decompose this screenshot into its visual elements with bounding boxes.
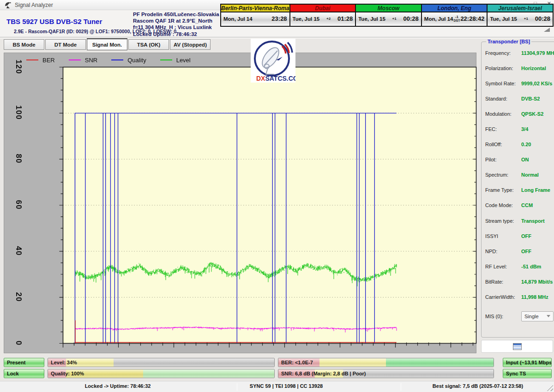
chevron-down-icon xyxy=(547,315,550,317)
field-value: ON xyxy=(521,157,529,162)
field-label: Pilot: xyxy=(485,157,521,162)
logo-dx-text: DX xyxy=(256,75,265,82)
legend-item-snr: SNR xyxy=(69,57,97,64)
transponder-row-modulation: Modulation:QPSK-S2 xyxy=(485,106,554,121)
field-label: CarrierWidth: xyxy=(485,294,521,300)
legend-label: Level xyxy=(176,57,191,64)
field-label: Frame Type: xyxy=(485,187,521,193)
snr-progressbar-label: SNR: 6,8 dB (Margin: 2,8 dB | Poor) xyxy=(281,369,366,378)
transponder-row-stream-type: Stream type:Transport xyxy=(485,213,554,228)
level-progressbar-label: Level: 34% xyxy=(51,358,77,367)
transponder-row-issyi: ISSYIOFF xyxy=(485,228,554,244)
field-value: Normal xyxy=(521,172,539,178)
statusbar-divider xyxy=(237,383,237,391)
tab-bs-mode[interactable]: BS Mode xyxy=(4,39,44,50)
legend-item-ber: BER xyxy=(26,57,55,64)
field-value: OFF xyxy=(521,249,531,254)
transponder-row-standard: Standard:DVB-S2 xyxy=(485,91,554,106)
clock-offset-value: +2 xyxy=(326,17,331,21)
field-label: RF Level: xyxy=(485,264,521,269)
transponder-row-npd: NPD:OFF xyxy=(485,244,554,259)
tab-dt-mode[interactable]: DT Mode xyxy=(45,39,86,50)
clock-utc-offset: +1 xyxy=(524,17,528,21)
legend-label: BER xyxy=(42,57,55,64)
status-best-signal: Best signal: 7,5 dB (2025-07-12 23:58) xyxy=(402,383,554,389)
status-uptime: Locked -> Uptime: 78:46:32 xyxy=(0,383,235,389)
clock-body: Tue, Jul 15+100:28 xyxy=(356,12,421,25)
signal-chart-panel: BERSNRQualityLevel 020406080100120 xyxy=(4,53,476,353)
transponder-row-frame-type: Frame Type:Long Frame xyxy=(485,183,554,198)
field-label: FEC: xyxy=(485,126,521,132)
dxsatcs-logo: DXSATCS.COM xyxy=(251,39,295,83)
clock-time: 00:28 xyxy=(403,15,419,22)
clock-body: Mon, Jul 1423:28 xyxy=(221,12,289,25)
clock-date: Mon, Jul 14 xyxy=(223,16,253,22)
clock-date: Tue, Jul 15 xyxy=(358,16,385,22)
clock-time: 22:28:42 xyxy=(460,15,484,22)
tab-signal-mon[interactable]: Signal Mon. xyxy=(87,38,127,50)
antenna-info-line: PF Prodelin 450/Lučenec-Slovakia xyxy=(133,11,218,18)
y-tick-label: 0 xyxy=(14,335,23,351)
antenna-info-line: Locked Uptime : 78:46:32 xyxy=(133,31,218,37)
world-clocks: Berlin-Paris-Vienna-RomaMon, Jul 1423:28… xyxy=(220,4,554,27)
clock-body: Tue, Jul 15+100:28 xyxy=(488,12,553,25)
transponder-row-spectrum: Spectrum:Normal xyxy=(485,167,554,183)
clock-moscow: MoscowTue, Jul 15+100:28 xyxy=(355,4,422,27)
transponder-row-carrierwidth: CarrierWidth:11,998 MHz xyxy=(485,290,554,305)
tab-tsa-ok[interactable]: TSA (OK) xyxy=(128,39,169,50)
present-indicator: Present xyxy=(4,358,44,367)
transponder-row-code-mode: Code Mode:CCM xyxy=(485,198,554,213)
clock-london-eng: London, EngMon, Jul 14-1DST22:28:42 xyxy=(421,4,488,27)
transport-stream-icon xyxy=(513,343,522,350)
field-label: ISSYI xyxy=(485,233,521,239)
field-label: Spectrum: xyxy=(485,172,521,178)
clock-body: Mon, Jul 14-1DST22:28:42 xyxy=(422,12,487,25)
legend-line-swatch xyxy=(26,59,38,60)
clock-city-label: Moscow xyxy=(356,5,421,12)
antenna-info-line: Rascom QAF 1R at 2.9°E_North xyxy=(133,18,218,24)
field-value: 0.20 xyxy=(521,142,531,147)
clock-city-label: Jerusalem-Israel xyxy=(488,5,553,12)
mis-row: MIS (0): Single xyxy=(485,311,554,322)
transponder-row-bitrate: BitRate:14,879 Mbit/s xyxy=(485,274,554,289)
field-label: RollOff: xyxy=(485,142,521,147)
antenna-info-line: f=11 304 MHz_H : Vicus Luxlink xyxy=(133,24,218,30)
field-value: DVB-S2 xyxy=(521,96,540,101)
clock-date: Mon, Jul 14 xyxy=(424,16,453,22)
tab-av-stopped[interactable]: AV (Stopped) xyxy=(170,39,211,50)
statusbar-divider xyxy=(401,383,401,391)
clock-berlin-paris-vienna-roma: Berlin-Paris-Vienna-RomaMon, Jul 1423:28 xyxy=(220,4,290,27)
quality-progressbar: Quality: 100% xyxy=(48,369,275,378)
y-tick-label: 120 xyxy=(14,59,23,75)
clock-time: 00:28 xyxy=(535,15,550,22)
status-bar: Locked -> Uptime: 78:46:32 SYNC 59 | TEI… xyxy=(0,381,554,392)
legend-item-level: Level xyxy=(160,57,191,64)
input-indicator: Input (~13,91 Mbps) xyxy=(503,358,552,367)
field-label: Modulation: xyxy=(485,111,521,117)
snr-progressbar: SNR: 6,8 dB (Margin: 2,8 dB | Poor) xyxy=(278,369,494,378)
field-label: Code Mode: xyxy=(485,202,521,208)
clock-city-label: Dubai xyxy=(290,5,355,12)
mis-select[interactable]: Single xyxy=(521,311,554,321)
signal-analyzer-window: Signal Analyzer – □ ✕ TBS 5927 USB DVB-S… xyxy=(0,0,554,392)
legend-label: SNR xyxy=(85,57,97,64)
clock-offset-dst: DST xyxy=(453,19,460,23)
transponder-row-frequency: Frequency:11304,979 MHz xyxy=(485,45,554,60)
field-value: QPSK-S2 xyxy=(521,111,543,117)
clock-jerusalem-israel: Jerusalem-IsraelTue, Jul 15+100:28 xyxy=(487,4,554,27)
ber-progressbar: BER: <1.0E-7 xyxy=(278,358,494,367)
clock-body: Tue, Jul 15+201:28 xyxy=(290,12,355,25)
header-divider xyxy=(0,37,554,38)
field-value: Horizontal xyxy=(521,65,546,71)
field-label: Stream type: xyxy=(485,218,521,224)
status-sync-counters: SYNC 59 | TEI 1098 | CC 13928 xyxy=(237,383,400,389)
logo-rest-text: SATCS.COM xyxy=(265,75,295,82)
transponder-row-fec: FEC:3/4 xyxy=(485,121,554,137)
y-tick-label: 20 xyxy=(14,289,23,305)
transport-list-button[interactable] xyxy=(481,340,553,353)
field-label: Frequency: xyxy=(485,50,521,56)
field-label: Standard: xyxy=(485,96,521,101)
level-progressbar: Level: 34% xyxy=(48,358,275,367)
field-value: 14,879 Mbit/s xyxy=(521,279,553,285)
field-label: NPD: xyxy=(485,249,521,254)
